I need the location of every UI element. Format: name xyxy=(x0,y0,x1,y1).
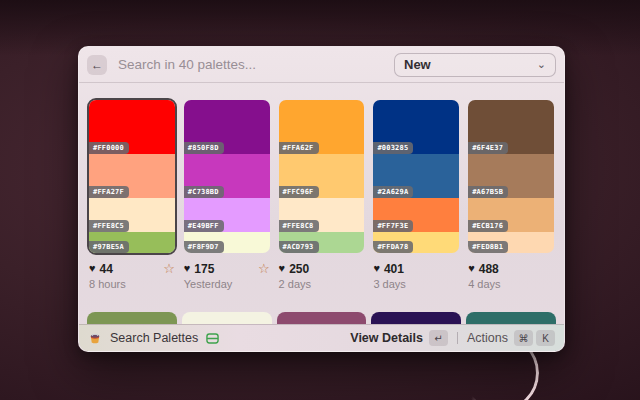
heart-icon: ♥ xyxy=(279,263,286,274)
color-band[interactable]: #A67B5B xyxy=(468,154,554,198)
color-band[interactable]: #6F4E37 xyxy=(468,100,554,154)
palette-meta: ♥ 401 xyxy=(371,262,461,275)
back-button[interactable]: ← xyxy=(87,55,107,75)
heart-icon: ♥ xyxy=(89,263,96,274)
palette-time: Yesterday xyxy=(182,278,272,290)
palette-column: #850F8D #C738BD #E49BFF #F8F9D7 ♥ 175 ☆ … xyxy=(182,98,272,290)
hex-label: #FFA62F xyxy=(279,142,319,154)
palette-column: #003285 #2A629A #FF7F3E #FFDA78 ♥ 401 3 … xyxy=(371,98,461,290)
color-band[interactable]: #C738BD xyxy=(184,154,270,198)
hex-label: #FF0000 xyxy=(89,142,129,154)
color-band[interactable]: #ECB176 xyxy=(468,198,554,232)
star-icon[interactable]: ☆ xyxy=(258,262,270,275)
search-input[interactable]: Search in 40 palettes... xyxy=(118,57,256,72)
color-band[interactable]: #F8F9D7 xyxy=(184,232,270,253)
command-title: Search Palettes xyxy=(110,331,198,345)
color-band[interactable]: #FED8B1 xyxy=(468,232,554,253)
hex-label: #FFE8C8 xyxy=(279,220,319,232)
palette-time: 3 days xyxy=(371,278,461,290)
hex-label: #850F8D xyxy=(184,142,224,154)
hex-label: #FFC96F xyxy=(279,186,319,198)
hex-label: #FFDA78 xyxy=(373,241,413,253)
palette-time: 2 days xyxy=(277,278,367,290)
color-band[interactable]: #ACD793 xyxy=(279,232,365,253)
heart-icon: ♥ xyxy=(373,263,380,274)
palette-card[interactable]: #FFA62F #FFC96F #FFE8C8 #ACD793 xyxy=(277,98,367,255)
palette-column: #FF0000 #FFA27F #FFE8C5 #97BE5A ♥ 44 ☆ 8… xyxy=(87,98,177,290)
palette-time: 4 days xyxy=(466,278,556,290)
color-band[interactable]: #850F8D xyxy=(184,100,270,154)
footer-actions: View Details ↵ Actions ⌘ K xyxy=(350,330,555,346)
palette-column: #6F4E37 #A67B5B #ECB176 #FED8B1 ♥ 488 4 … xyxy=(466,98,556,290)
star-icon[interactable]: ☆ xyxy=(163,262,175,275)
hex-label: #FFE8C5 xyxy=(89,220,129,232)
hex-label: #2A629A xyxy=(373,186,413,198)
paint-bucket-icon xyxy=(88,331,102,345)
hex-label: #FFA27F xyxy=(89,186,129,198)
palette-meta: ♥ 44 ☆ xyxy=(87,262,177,275)
palette-grid: #FF0000 #FFA27F #FFE8C5 #97BE5A ♥ 44 ☆ 8… xyxy=(79,83,564,290)
heart-icon: ♥ xyxy=(468,263,475,274)
chevron-down-icon: ⌄ xyxy=(537,62,546,68)
hex-label: #FED8B1 xyxy=(468,241,508,253)
k-key-icon: K xyxy=(536,330,555,346)
like-count: 44 xyxy=(100,262,113,276)
footer-app: Search Palettes xyxy=(88,331,219,345)
palette-meta: ♥ 250 xyxy=(277,262,367,275)
color-band[interactable]: #FFA62F xyxy=(279,100,365,154)
like-count: 401 xyxy=(384,262,404,276)
view-details-button[interactable]: View Details xyxy=(350,331,423,345)
palette-meta: ♥ 488 xyxy=(466,262,556,275)
color-band[interactable]: #97BE5A xyxy=(89,232,175,253)
color-band[interactable]: #003285 xyxy=(373,100,459,154)
drive-icon xyxy=(206,332,219,345)
footer-bar: Search Palettes View Details ↵ Actions ⌘… xyxy=(79,324,564,351)
topbar: ← Search in 40 palettes... New ⌄ xyxy=(79,47,564,83)
return-key-icon: ↵ xyxy=(429,330,448,346)
hex-label: #97BE5A xyxy=(89,241,129,253)
hex-label: #003285 xyxy=(373,142,413,154)
palette-card[interactable]: #850F8D #C738BD #E49BFF #F8F9D7 xyxy=(182,98,272,255)
hex-label: #FF7F3E xyxy=(373,220,413,232)
hex-label: #C738BD xyxy=(184,186,224,198)
color-band[interactable]: #E49BFF xyxy=(184,198,270,232)
hex-label: #F8F9D7 xyxy=(184,241,224,253)
color-band[interactable]: #2A629A xyxy=(373,154,459,198)
like-count: 175 xyxy=(194,262,214,276)
hex-label: #E49BFF xyxy=(184,220,224,232)
like-count: 250 xyxy=(289,262,309,276)
sort-dropdown-value: New xyxy=(404,57,431,72)
heart-icon: ♥ xyxy=(184,263,191,274)
palette-card[interactable]: #003285 #2A629A #FF7F3E #FFDA78 xyxy=(371,98,461,255)
palette-card[interactable]: #6F4E37 #A67B5B #ECB176 #FED8B1 xyxy=(466,98,556,255)
hex-label: #ECB176 xyxy=(468,220,508,232)
palette-column: #FFA62F #FFC96F #FFE8C8 #ACD793 ♥ 250 2 … xyxy=(277,98,367,290)
color-band[interactable]: #FF7F3E xyxy=(373,198,459,232)
color-band[interactable]: #FF0000 xyxy=(89,100,175,154)
palette-card[interactable]: #FF0000 #FFA27F #FFE8C5 #97BE5A xyxy=(87,98,177,255)
hex-label: #A67B5B xyxy=(468,186,508,198)
color-band[interactable]: #FFA27F xyxy=(89,154,175,198)
palette-search-window: ← Search in 40 palettes... New ⌄ #FF0000… xyxy=(78,46,565,352)
footer-separator xyxy=(457,332,458,344)
sort-dropdown[interactable]: New ⌄ xyxy=(394,53,556,77)
color-band[interactable]: #FFE8C8 xyxy=(279,198,365,232)
palette-meta: ♥ 175 ☆ xyxy=(182,262,272,275)
color-band[interactable]: #FFE8C5 xyxy=(89,198,175,232)
back-icon: ← xyxy=(91,58,103,72)
command-key-icon: ⌘ xyxy=(514,330,533,346)
hex-label: #6F4E37 xyxy=(468,142,508,154)
palette-time: 8 hours xyxy=(87,278,177,290)
color-band[interactable]: #FFDA78 xyxy=(373,232,459,253)
hex-label: #ACD793 xyxy=(279,241,319,253)
color-band[interactable]: #FFC96F xyxy=(279,154,365,198)
actions-button[interactable]: Actions xyxy=(467,331,508,345)
like-count: 488 xyxy=(479,262,499,276)
